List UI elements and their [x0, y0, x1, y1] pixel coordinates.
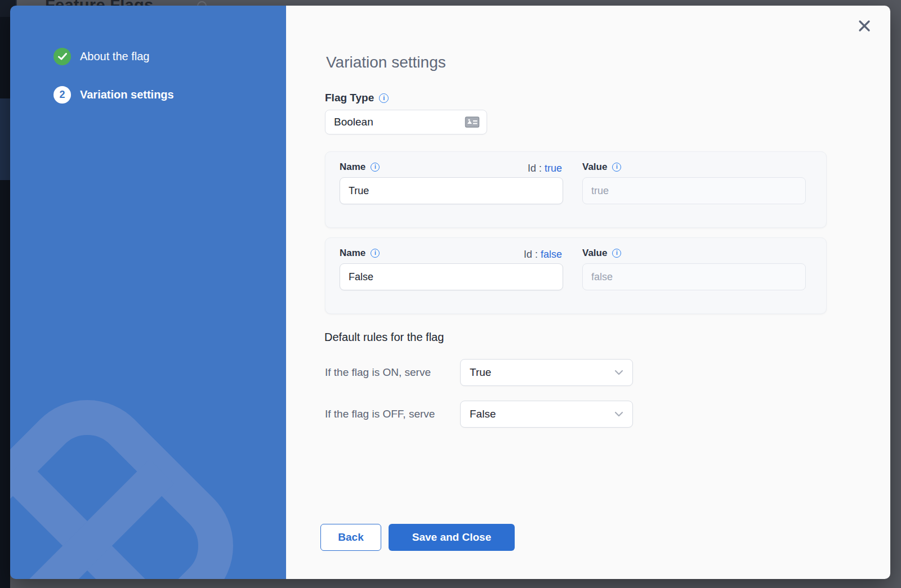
chevron-down-icon	[614, 411, 623, 417]
save-and-close-button[interactable]: Save and Close	[389, 524, 515, 551]
step-about-the-flag[interactable]: About the flag	[53, 48, 149, 65]
chevron-down-icon	[614, 370, 623, 375]
variation-name-input[interactable]	[340, 263, 563, 290]
value-label-text: Value	[582, 248, 607, 259]
step-label: Variation settings	[80, 88, 174, 101]
flag-on-value: True	[470, 366, 491, 379]
variation-name-input[interactable]	[340, 177, 563, 204]
value-label: Value i	[582, 161, 621, 173]
info-icon[interactable]: i	[379, 93, 389, 103]
id-value: true	[545, 163, 562, 174]
app-sidebar	[0, 0, 10, 588]
flag-type-select[interactable]: Boolean	[325, 110, 487, 134]
wizard-sidebar: About the flag 2 Variation settings	[10, 6, 286, 579]
id-prefix: Id :	[524, 249, 541, 260]
info-icon[interactable]: i	[612, 249, 621, 258]
panel-title: Variation settings	[326, 53, 446, 71]
name-label-text: Name	[340, 161, 365, 173]
flag-off-label: If the flag is OFF, serve	[325, 401, 435, 428]
flag-type-picker-icon	[465, 116, 480, 128]
name-label-text: Name	[340, 248, 365, 259]
app-sidebar-active-item	[0, 98, 10, 180]
variation-settings-panel: Variation settings Flag Type i Boolean N…	[286, 6, 890, 579]
info-icon[interactable]: i	[371, 163, 380, 172]
name-label: Name i	[340, 161, 380, 173]
id-value: false	[541, 249, 562, 260]
flag-on-select[interactable]: True	[460, 359, 633, 386]
flag-off-value: False	[470, 408, 496, 420]
value-label: Value i	[582, 248, 621, 259]
variation-card-true: Name i Id : true Value i	[325, 151, 827, 228]
step-number-badge: 2	[53, 86, 71, 104]
create-flag-modal: About the flag 2 Variation settings Vari…	[10, 6, 890, 579]
variation-id: Id : true	[528, 163, 562, 174]
info-icon[interactable]: i	[371, 249, 380, 258]
flag-type-value: Boolean	[334, 116, 373, 128]
flag-on-label: If the flag is ON, serve	[325, 359, 431, 386]
brand-watermark-logo	[10, 376, 286, 579]
default-rules-heading: Default rules for the flag	[324, 331, 444, 344]
back-button[interactable]: Back	[320, 524, 381, 551]
variation-value-input[interactable]	[582, 263, 806, 290]
id-prefix: Id :	[528, 163, 545, 174]
step-variation-settings[interactable]: 2 Variation settings	[53, 86, 174, 104]
variation-card-false: Name i Id : false Value i	[325, 237, 827, 314]
value-label-text: Value	[582, 161, 607, 173]
variation-id: Id : false	[524, 249, 562, 261]
close-icon	[858, 19, 871, 33]
variation-value-input[interactable]	[582, 177, 806, 204]
step-complete-check-icon	[53, 48, 71, 65]
flag-type-label-text: Flag Type	[325, 92, 374, 104]
close-button[interactable]	[857, 18, 872, 34]
flag-type-label: Flag Type i	[325, 92, 389, 104]
name-label: Name i	[340, 248, 380, 259]
info-icon[interactable]: i	[612, 163, 621, 172]
flag-off-select[interactable]: False	[460, 401, 633, 428]
step-label: About the flag	[80, 50, 149, 63]
